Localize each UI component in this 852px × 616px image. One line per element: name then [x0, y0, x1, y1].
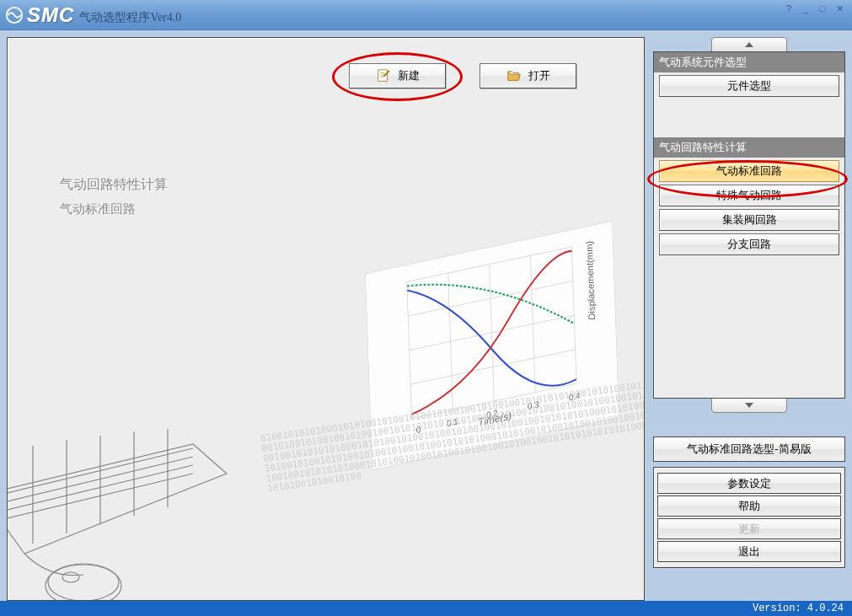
new-file-icon [376, 68, 391, 83]
open-folder-icon [506, 68, 522, 83]
menu-standard-circuit[interactable]: 气动标准回路 [659, 160, 839, 182]
lower-buttons: 气动标准回路选型-简易版 参数设定 帮助 更新 退出 [653, 437, 845, 568]
svg-text:0: 0 [416, 425, 421, 435]
sidebar: 气动系统元件选型 元件选型 气动回路特性计算 气动标准回路 特殊气动回路 集装阀… [653, 37, 845, 601]
chevron-down-icon [745, 402, 753, 409]
version-label: Version: 4.0.24 [753, 603, 844, 614]
app-title: 气动选型程序Ver4.0 [79, 10, 181, 25]
group1-header: 气动系统元件选型 [654, 52, 844, 72]
menu-groups: 气动系统元件选型 元件选型 气动回路特性计算 气动标准回路 特殊气动回路 集装阀… [653, 51, 845, 399]
decorative-keyboard-sketch [7, 394, 345, 601]
menu-special-circuit[interactable]: 特殊气动回路 [659, 185, 839, 206]
top-button-row: 新建 打开 [349, 63, 576, 88]
chevron-up-icon [745, 41, 753, 48]
open-button-label: 打开 [528, 68, 550, 83]
logo-text: SMC [27, 3, 74, 27]
svg-point-3 [48, 564, 119, 601]
menu-manifold-circuit[interactable]: 集装阀回路 [659, 209, 839, 231]
group2-header: 气动回路特性计算 [654, 137, 844, 158]
svg-point-4 [62, 572, 79, 582]
decorative-graph-sketch: Time(s) 0 0.1 0.2 0.3 0.4 Displacement(m… [365, 221, 619, 470]
settings-button[interactable]: 参数设定 [657, 473, 841, 494]
main-area: 新建 打开 气动回路特性计算 气动标准回路 [0, 30, 852, 601]
brand-icon [5, 6, 24, 24]
help-icon[interactable]: ? [781, 3, 796, 15]
scroll-down-button[interactable] [711, 398, 787, 413]
logo: SMC [5, 3, 74, 27]
minimize-icon[interactable]: _ [798, 3, 813, 15]
window-controls: ? _ □ ✕ [781, 3, 847, 15]
utility-group: 参数设定 帮助 更新 退出 [653, 467, 845, 568]
menu-component-select[interactable]: 元件选型 [659, 75, 839, 97]
help-button[interactable]: 帮助 [657, 495, 841, 517]
maximize-icon[interactable]: □ [815, 3, 830, 15]
canvas-area: 新建 打开 气动回路特性计算 气动标准回路 [7, 37, 645, 601]
update-button[interactable]: 更新 [657, 518, 841, 539]
menu-branch-circuit[interactable]: 分支回路 [659, 233, 839, 255]
titlebar: SMC 气动选型程序Ver4.0 ? _ □ ✕ [0, 0, 852, 30]
simple-select-button[interactable]: 气动标准回路选型-简易版 [653, 437, 845, 462]
statusbar: Version: 4.0.24 [0, 601, 852, 616]
scroll-up-button[interactable] [711, 37, 787, 52]
close-icon[interactable]: ✕ [832, 3, 847, 15]
canvas-heading-1: 气动回路特性计算 [60, 176, 168, 194]
exit-button[interactable]: 退出 [657, 541, 841, 562]
canvas-heading-2: 气动标准回路 [60, 201, 136, 217]
new-button[interactable]: 新建 [349, 63, 446, 88]
open-button[interactable]: 打开 [480, 63, 576, 88]
new-button-label: 新建 [398, 68, 420, 83]
